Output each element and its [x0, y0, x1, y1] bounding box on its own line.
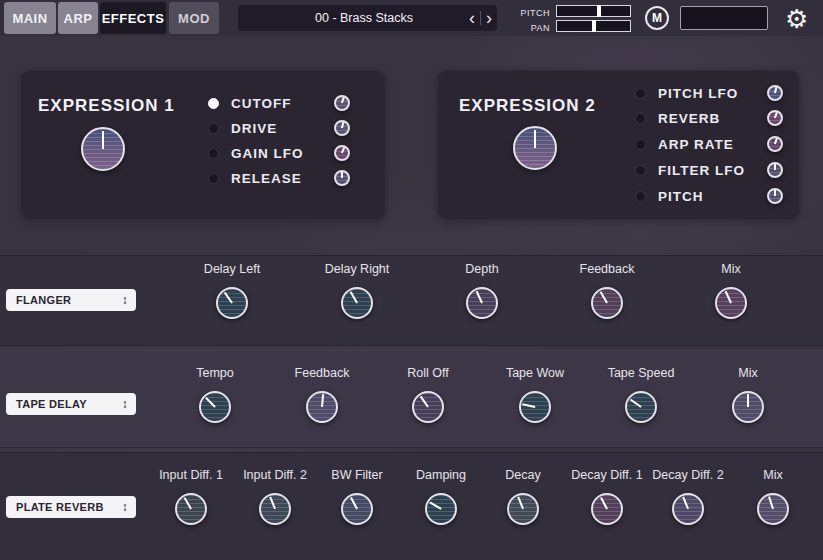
gain-lfo-radio[interactable] — [208, 148, 219, 159]
top-bar: MAIN ARP EFFECTS MOD 00 - Brass Stacks ‹… — [0, 0, 823, 36]
knob-needle — [420, 396, 429, 408]
knob-needle — [350, 497, 358, 509]
bw-filter-knob[interactable] — [341, 493, 373, 525]
knob-needle — [341, 122, 344, 128]
bw-filter-label: BW Filter — [313, 468, 401, 482]
gain-lfo-knob[interactable] — [334, 145, 350, 161]
knob-cell-tape-wow: Tape Wow — [491, 366, 579, 423]
drive-label: DRIVE — [231, 121, 334, 136]
flanger-feedback-label: Feedback — [563, 262, 651, 276]
plate-reverb-effect-select[interactable]: PLATE REVERB ↕ — [6, 496, 136, 518]
select-updown-icon: ↕ — [122, 293, 128, 307]
tape-feedback-label: Feedback — [278, 366, 366, 380]
pan-slider-handle[interactable] — [592, 20, 596, 32]
expression1-big-knob[interactable] — [81, 127, 125, 171]
knob-cell-decay-diff-2: Decay Diff. 2 — [644, 468, 732, 525]
drive-knob[interactable] — [334, 120, 350, 136]
knob-cell-decay: Decay — [479, 468, 567, 525]
tab-main[interactable]: MAIN — [4, 2, 56, 34]
knob-needle — [774, 87, 777, 93]
reverb-mix-knob[interactable] — [757, 493, 789, 525]
knob-cell-delay-left: Delay Left — [188, 262, 276, 319]
knob-cell-damping: Damping — [397, 468, 485, 525]
knob-cell-tape-speed: Tape Speed — [597, 366, 685, 423]
expression1-row-gain-lfo: GAIN LFO — [208, 142, 350, 164]
damping-label: Damping — [397, 468, 485, 482]
pitch-slider-handle[interactable] — [597, 5, 601, 17]
knob-cell-roll-off: Roll Off — [384, 366, 472, 423]
knob-needle — [682, 497, 689, 510]
settings-gear-icon[interactable]: ⚙ — [785, 3, 808, 35]
tape-wow-knob[interactable] — [519, 391, 551, 423]
roll-off-knob[interactable] — [412, 391, 444, 423]
tape-mix-knob[interactable] — [732, 391, 764, 423]
knob-needle — [630, 399, 642, 408]
arp-rate-label: ARP RATE — [658, 137, 767, 152]
filter-lfo-knob[interactable] — [767, 162, 783, 178]
reverb-knob[interactable] — [767, 110, 783, 126]
expression2-big-knob[interactable] — [513, 126, 557, 170]
arp-rate-knob[interactable] — [767, 136, 783, 152]
pitch-lfo-knob[interactable] — [767, 85, 783, 101]
release-knob[interactable] — [334, 170, 350, 186]
tape-delay-select-label: TAPE DELAY — [16, 398, 87, 410]
knob-needle — [341, 172, 343, 178]
input-diff-1-knob[interactable] — [175, 493, 207, 525]
tape-feedback-knob[interactable] — [306, 391, 338, 423]
drive-radio[interactable] — [208, 123, 219, 134]
input-diff-2-knob[interactable] — [259, 493, 291, 525]
expression2-row-arp-rate: ARP RATE — [635, 133, 783, 155]
pitch-slider[interactable] — [556, 5, 631, 17]
knob-cell-input-diff-2: Input Diff. 2 — [231, 468, 319, 525]
expression1-row-drive: DRIVE — [208, 117, 350, 139]
knob-cell-depth: Depth — [438, 262, 526, 319]
filter-lfo-radio[interactable] — [635, 165, 646, 176]
decay-diff-1-knob[interactable] — [591, 493, 623, 525]
preset-prev-icon[interactable]: ‹ — [464, 6, 480, 30]
tab-effects[interactable]: EFFECTS — [100, 2, 166, 34]
knob-needle — [269, 497, 276, 510]
cutoff-knob[interactable] — [334, 95, 350, 111]
knob-needle — [534, 130, 536, 148]
release-radio[interactable] — [208, 173, 219, 184]
preset-selector[interactable]: 00 - Brass Stacks ‹ › — [238, 5, 497, 31]
knob-needle — [224, 292, 233, 304]
pitch-knob[interactable] — [767, 188, 783, 204]
flanger-mix-knob[interactable] — [715, 287, 747, 319]
pitch-label: PITCH — [516, 8, 550, 18]
flanger-feedback-knob[interactable] — [591, 287, 623, 319]
tab-mod[interactable]: MOD — [169, 2, 219, 34]
decay-diff-2-knob[interactable] — [672, 493, 704, 525]
cutoff-label: CUTOFF — [231, 96, 334, 111]
expression1-row-release: RELEASE — [208, 167, 350, 189]
plate-reverb-select-label: PLATE REVERB — [16, 501, 104, 513]
depth-knob[interactable] — [466, 287, 498, 319]
delay-right-knob[interactable] — [341, 287, 373, 319]
knob-needle — [184, 497, 192, 509]
knob-needle — [522, 403, 535, 408]
cutoff-radio[interactable] — [208, 98, 219, 109]
reverb-radio[interactable] — [635, 113, 646, 124]
damping-knob[interactable] — [425, 493, 457, 525]
pitch-lfo-radio[interactable] — [635, 88, 646, 99]
preset-next-icon[interactable]: › — [481, 6, 497, 30]
pitch-radio[interactable] — [635, 191, 646, 202]
tempo-knob[interactable] — [199, 391, 231, 423]
delay-left-knob[interactable] — [216, 287, 248, 319]
decay-knob[interactable] — [507, 493, 539, 525]
knob-needle — [774, 138, 778, 144]
tab-arp[interactable]: ARP — [58, 2, 98, 34]
flanger-effect-select[interactable]: FLANGER ↕ — [6, 289, 136, 311]
pan-slider[interactable] — [556, 20, 631, 32]
arp-rate-radio[interactable] — [635, 139, 646, 150]
expression2-panel: EXPRESSION 2 PITCH LFO REVERB ARP RATE F… — [437, 70, 800, 220]
mono-button[interactable]: M — [645, 6, 669, 30]
tape-delay-effect-select[interactable]: TAPE DELAY ↕ — [6, 393, 136, 415]
expression2-row-pitch: PITCH — [635, 185, 783, 207]
knob-needle — [350, 291, 358, 303]
knob-needle — [321, 394, 324, 407]
tape-speed-knob[interactable] — [625, 391, 657, 423]
decay-diff-1-label: Decay Diff. 1 — [563, 468, 651, 482]
knob-needle — [102, 131, 104, 149]
knob-needle — [205, 397, 216, 408]
